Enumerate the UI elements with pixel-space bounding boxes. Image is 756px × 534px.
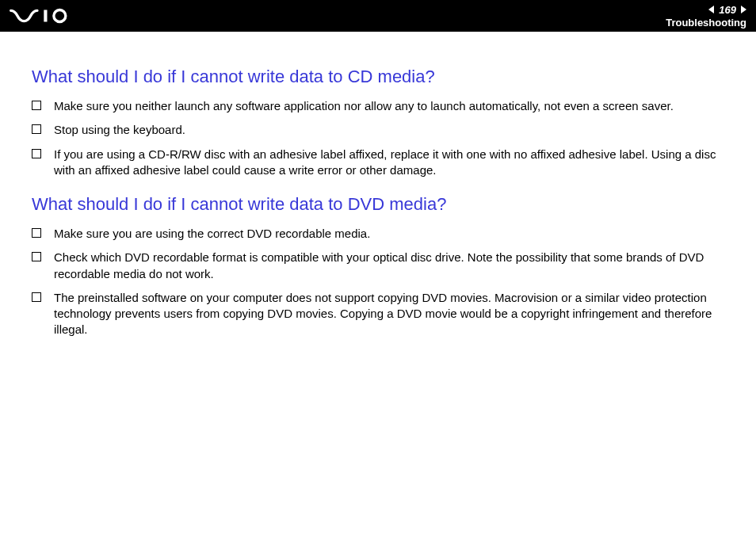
- bullet-text: The preinstalled software on your comput…: [54, 290, 724, 338]
- svg-point-1: [54, 10, 66, 22]
- list-item: The preinstalled software on your comput…: [32, 290, 724, 338]
- nav-next-icon[interactable]: [741, 6, 746, 13]
- question-heading-cd: What should I do if I cannot write data …: [32, 67, 724, 87]
- bullet-icon: [32, 292, 41, 302]
- bullet-text: Make sure you are using the correct DVD …: [54, 226, 724, 242]
- nav-prev-icon[interactable]: [708, 6, 714, 13]
- dvd-bullet-list: Make sure you are using the correct DVD …: [32, 226, 724, 338]
- bullet-text: Stop using the keyboard.: [54, 122, 724, 138]
- list-item: Make sure you are using the correct DVD …: [32, 226, 724, 242]
- page-content: What should I do if I cannot write data …: [0, 32, 756, 362]
- bullet-icon: [32, 228, 41, 238]
- list-item: Check which DVD recordable format is com…: [32, 250, 724, 282]
- list-item: Make sure you neither launch any softwar…: [32, 98, 724, 114]
- question-heading-dvd: What should I do if I cannot write data …: [32, 194, 724, 215]
- vaio-logo: [10, 8, 89, 24]
- bullet-text: Check which DVD recordable format is com…: [54, 250, 724, 282]
- bullet-icon: [32, 252, 41, 261]
- bullet-icon: [32, 124, 41, 134]
- page-nav: 169: [708, 4, 746, 16]
- bullet-icon: [32, 149, 41, 158]
- section-label: Troubleshooting: [666, 17, 746, 29]
- svg-rect-0: [44, 10, 47, 22]
- list-item: Stop using the keyboard.: [32, 122, 724, 138]
- page-header: 169 Troubleshooting: [0, 0, 756, 32]
- bullet-text: Make sure you neither launch any softwar…: [54, 98, 724, 114]
- cd-bullet-list: Make sure you neither launch any softwar…: [32, 98, 724, 178]
- header-right: 169 Troubleshooting: [666, 4, 746, 29]
- list-item: If you are using a CD-R/RW disc with an …: [32, 147, 724, 179]
- bullet-text: If you are using a CD-R/RW disc with an …: [54, 147, 724, 179]
- bullet-icon: [32, 101, 41, 110]
- page-number: 169: [717, 4, 738, 16]
